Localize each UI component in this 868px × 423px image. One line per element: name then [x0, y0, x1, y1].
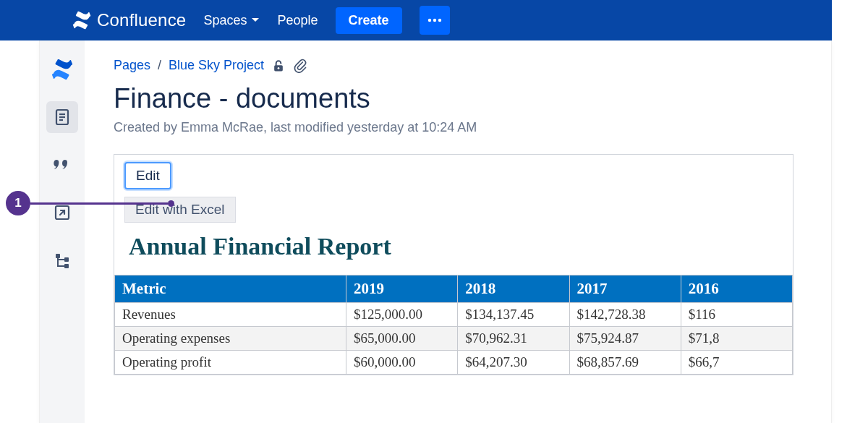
callout-line — [30, 202, 168, 205]
svg-rect-10 — [64, 264, 69, 268]
col-2018: 2018 — [458, 275, 569, 303]
svg-point-0 — [427, 19, 430, 22]
nav-people[interactable]: People — [277, 13, 318, 28]
pages-icon[interactable] — [46, 101, 78, 133]
table-row: Operating expenses $65,000.00 $70,962.31… — [115, 327, 793, 351]
create-button[interactable]: Create — [336, 7, 402, 34]
page-icon — [54, 108, 71, 126]
breadcrumb-root[interactable]: Pages — [114, 58, 150, 73]
svg-rect-9 — [64, 257, 69, 262]
svg-rect-8 — [56, 254, 60, 258]
product-name: Confluence — [97, 10, 186, 30]
svg-point-12 — [278, 67, 280, 69]
table-row: Operating profit $60,000.00 $64,207.30 $… — [115, 351, 793, 375]
page-content: Pages / Blue Sky Project Finance - docum… — [85, 40, 831, 423]
callout-number: 1 — [6, 191, 30, 215]
confluence-logo-icon — [72, 11, 91, 30]
confluence-glyph-icon — [51, 59, 73, 80]
more-menu-button[interactable] — [420, 6, 450, 35]
product-logo[interactable]: Confluence — [72, 10, 186, 30]
col-2016: 2016 — [681, 275, 792, 303]
app-home-icon[interactable] — [46, 54, 78, 85]
nav-people-label: People — [277, 13, 318, 28]
tree-icon — [54, 252, 71, 269]
breadcrumb: Pages / Blue Sky Project — [114, 58, 831, 73]
nav-spaces[interactable]: Spaces — [203, 13, 260, 28]
unlock-icon[interactable] — [271, 59, 286, 73]
edit-button[interactable]: Edit — [124, 162, 171, 189]
app-frame: Pages / Blue Sky Project Finance - docum… — [39, 40, 832, 423]
financial-table: Metric 2019 2018 2017 2016 Revenues $125… — [114, 275, 793, 375]
table-header-row: Metric 2019 2018 2017 2016 — [115, 275, 793, 303]
annotation-callout-1: 1 — [6, 191, 174, 215]
quote-icon — [52, 155, 72, 175]
blog-icon[interactable] — [46, 149, 78, 181]
attachment-icon[interactable] — [293, 59, 307, 73]
table-row: Revenues $125,000.00 $134,137.45 $142,72… — [115, 303, 793, 327]
more-horizontal-icon — [427, 18, 442, 22]
left-sidebar — [40, 40, 85, 423]
col-2017: 2017 — [569, 275, 681, 303]
col-2019: 2019 — [346, 275, 458, 303]
col-metric: Metric — [115, 275, 346, 303]
callout-endpoint — [168, 200, 174, 207]
svg-point-1 — [433, 19, 435, 22]
embedded-document: Edit Edit with Excel Annual Financial Re… — [114, 154, 793, 375]
page-tree-icon[interactable] — [46, 244, 78, 276]
breadcrumb-separator: / — [158, 58, 161, 73]
page-byline: Created by Emma McRae, last modified yes… — [114, 120, 831, 135]
chevron-down-icon — [251, 16, 260, 25]
svg-point-2 — [438, 19, 441, 22]
nav-spaces-label: Spaces — [203, 13, 247, 28]
top-navigation: Confluence Spaces People Create — [0, 0, 832, 40]
page-title: Finance - documents — [114, 83, 831, 114]
breadcrumb-project[interactable]: Blue Sky Project — [169, 58, 264, 73]
